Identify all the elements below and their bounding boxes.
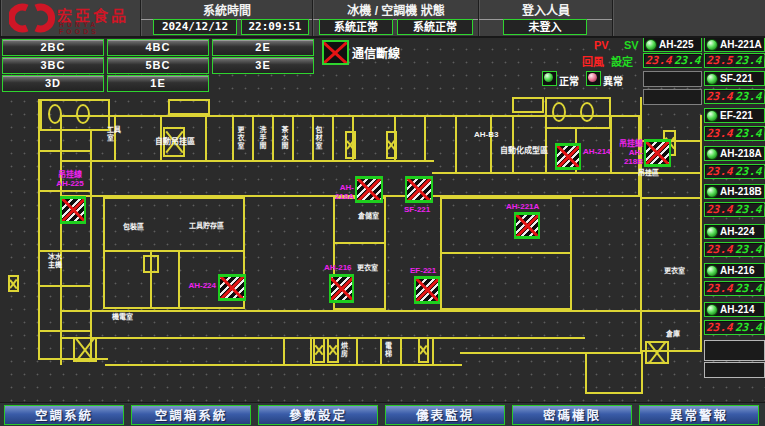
room-label: 倉庫 [666, 330, 682, 338]
wall [283, 337, 285, 365]
ahu-marker-icon[interactable] [644, 139, 671, 167]
ahu-marker-icon[interactable] [514, 212, 540, 239]
empty-slot [704, 362, 765, 378]
room-label: AH-B3 [474, 131, 504, 139]
unit-ah-218b[interactable]: AH-218B [704, 184, 765, 199]
unit-name: EF-221 [720, 110, 753, 121]
ahu-marker-icon[interactable] [60, 196, 86, 224]
unit-ah-216-values: 23.423.4 [704, 281, 765, 296]
ahu-marker-label: SF-221 [404, 205, 436, 214]
top-bar: 宏亞食品 HUNYA FOODS 系統時間 2024/12/12 22:09:5… [0, 0, 765, 38]
wall [310, 337, 312, 365]
sv-value: 23.4 [734, 91, 764, 103]
pv-value: 23.4 [644, 55, 674, 67]
wall [38, 250, 92, 252]
nav-parameter-setup[interactable]: 參數設定 [258, 405, 378, 425]
ahu-marker-label: 吊挂線 AH-225 [50, 170, 90, 188]
nav-alarm[interactable]: 異常警報 [639, 405, 759, 425]
unit-ah-225[interactable]: AH-225 [643, 37, 702, 52]
sv-value: 23.4 [734, 55, 764, 67]
ahu-marker-label: EF-221 [410, 266, 444, 275]
nav-ahu-system[interactable]: 空調箱系統 [131, 405, 251, 425]
room-label: 吊挂區 [638, 169, 662, 177]
floor-button-3bc[interactable]: 3BC [2, 57, 104, 74]
room-label: 工具貯存區 [189, 222, 233, 230]
sv-value: 23.4 [734, 283, 764, 295]
room-label: 機電室 [112, 313, 136, 321]
ahu-marker-icon[interactable] [218, 274, 246, 301]
sv-value: 23.4 [734, 322, 764, 334]
wall [90, 131, 92, 360]
wall [232, 115, 234, 161]
wall [38, 99, 40, 360]
wall [292, 115, 294, 161]
unit-ah-218a[interactable]: AH-218A [704, 146, 765, 161]
pv-value: 23.4 [705, 91, 735, 103]
floor-button-5bc[interactable]: 5BC [107, 57, 209, 74]
floor-button-3d[interactable]: 3D [2, 75, 104, 92]
floor-button-1e[interactable]: 1E [107, 75, 209, 92]
nav-password-auth[interactable]: 密碼權限 [512, 405, 632, 425]
floor-button-4bc[interactable]: 4BC [107, 39, 209, 56]
wall [60, 160, 434, 162]
wall [38, 190, 92, 192]
status-led-icon [706, 110, 718, 122]
empty-slot [643, 89, 702, 105]
unit-ah-214[interactable]: AH-214 [704, 302, 765, 317]
ahu-marker-label: AH-221A [506, 202, 548, 211]
unit-ah-218a-values: 23.423.4 [704, 164, 765, 179]
status-led-icon [645, 39, 657, 51]
unit-name: AH-218B [720, 186, 762, 197]
pv-value: 23.5 [705, 55, 735, 67]
ahu-marker-icon[interactable] [414, 276, 440, 304]
ahu-marker-label: AH-214 [583, 147, 613, 156]
chiller-status-section: 冰機 / 空調機 狀態 系統正常 系統正常 [312, 0, 479, 36]
floor-button-2e[interactable]: 2E [212, 39, 314, 56]
unit-name: AH-214 [720, 304, 754, 315]
unit-ef-221[interactable]: EF-221 [704, 108, 765, 123]
room-label: 倉儲室 [358, 212, 382, 220]
unit-name: AH-225 [659, 39, 693, 50]
unit-ah-221a[interactable]: AH-221A [704, 37, 765, 52]
login-section: 登入人員 未登入 [478, 0, 613, 36]
nav-meter-monitor[interactable]: 儀表監視 [385, 405, 505, 425]
wall [640, 97, 642, 312]
wall [512, 97, 544, 113]
pv-value: 23.4 [705, 283, 735, 295]
pv-value: 23.4 [705, 128, 735, 140]
wall [380, 337, 382, 365]
comm-fail-icon [322, 40, 349, 65]
ahu-marker-icon[interactable] [355, 176, 383, 203]
room-label: 洗手間 [258, 126, 266, 150]
stair-icon [8, 275, 19, 292]
chiller-status-value: 系統正常 [319, 19, 393, 35]
wall [356, 337, 358, 365]
wall [440, 252, 572, 254]
ahu-marker-icon[interactable] [555, 143, 581, 170]
unit-sf-221[interactable]: SF-221 [704, 71, 765, 86]
room-label: 包裝區 [123, 223, 151, 231]
wall [585, 352, 643, 394]
ahu-marker-icon[interactable] [329, 274, 354, 303]
unit-name: AH-216 [720, 265, 754, 276]
floor-button-3e[interactable]: 3E [212, 57, 314, 74]
wall [60, 310, 672, 312]
wall [432, 337, 434, 365]
room-label: 包材室 [314, 126, 322, 150]
floor-button-2bc[interactable]: 2BC [2, 39, 104, 56]
nav-ac-system[interactable]: 空調系統 [4, 405, 124, 425]
wall [252, 115, 254, 161]
unit-ah-216[interactable]: AH-216 [704, 263, 765, 278]
ahu-marker-icon[interactable] [405, 176, 433, 203]
unit-ah-224[interactable]: AH-224 [704, 224, 765, 239]
status-led-icon [706, 304, 718, 316]
room-label: 更衣室 [236, 126, 244, 150]
sv-value: 23.4 [734, 166, 764, 178]
status-led-icon [706, 265, 718, 277]
system-date-value: 2024/12/12 [153, 19, 237, 35]
login-button-section: 登入/登出 [612, 0, 765, 36]
login-label: 登入人員 [479, 1, 613, 20]
wall [38, 330, 92, 332]
unit-name: AH-221A [720, 39, 762, 50]
wall [38, 150, 92, 152]
